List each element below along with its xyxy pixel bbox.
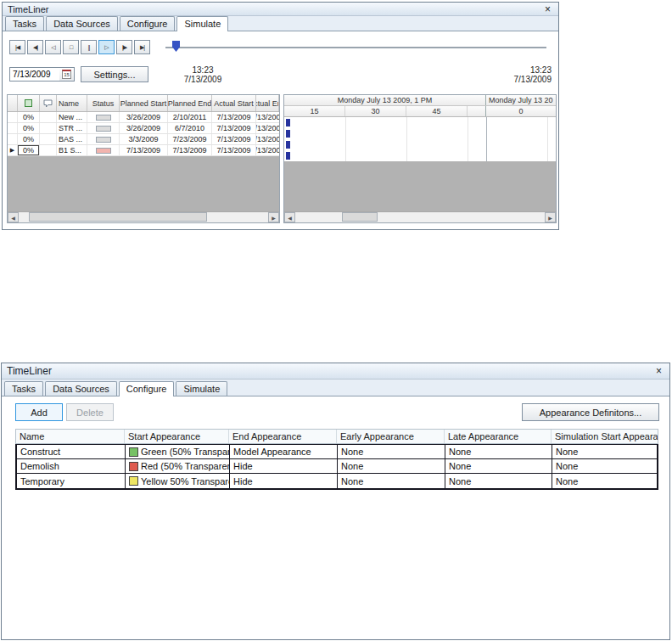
date-picker-button[interactable]: 15 (59, 67, 75, 82)
titlebar[interactable]: TimeLiner × (3, 3, 558, 16)
tab-tasks[interactable]: Tasks (5, 16, 44, 31)
task-type-row[interactable]: Temporary Yellow 50% Transparent Hide No… (17, 474, 657, 488)
play-button[interactable]: ▷ (98, 40, 115, 54)
cell-name[interactable]: Demolish (17, 459, 126, 473)
start-appearance-value: Red (50% Transparent) (141, 461, 230, 471)
task-row[interactable]: 0% New ... 3/26/2009 2/10/2011 7/13/2009… (8, 112, 279, 123)
cell-planned-end: 7/23/2009 (168, 134, 212, 144)
task-row[interactable]: 0% STR ... 3/26/2009 6/7/2010 7/13/2009 … (8, 123, 279, 134)
cell-late-appearance[interactable]: None (445, 474, 552, 488)
tab-data-sources[interactable]: Data Sources (46, 16, 118, 31)
tab-simulate[interactable]: Simulate (176, 16, 228, 31)
scroll-right-icon[interactable]: ▶ (545, 212, 556, 222)
add-button[interactable]: Add (15, 403, 63, 421)
timeliner-configure-window: TimeLiner × Tasks Data Sources Configure… (1, 363, 670, 640)
cell-end-appearance[interactable]: Model Appearance (230, 445, 338, 458)
progress-column-header[interactable] (18, 95, 40, 111)
cell-early-appearance[interactable]: None (338, 474, 445, 488)
cell-simulation-start-appearance[interactable]: None (552, 459, 657, 473)
task-row[interactable]: 0% BAS ... 3/3/2009 7/23/2009 7/13/2009 … (8, 134, 279, 145)
simulation-start-appearance-column-header[interactable]: Simulation Start Appearance (552, 430, 658, 443)
actual-start-column-header[interactable]: Actual Start (212, 95, 256, 111)
tab-configure[interactable]: Configure (119, 381, 175, 396)
cell-end-appearance[interactable]: Hide (230, 474, 338, 488)
task-types-table: Name Start Appearance End Appearance Ear… (15, 429, 658, 490)
early-appearance-column-header[interactable]: Early Appearance (337, 430, 445, 443)
tasks-icon (25, 99, 32, 107)
settings-button[interactable]: Settings... (81, 66, 148, 82)
titlebar[interactable]: TimeLiner × (2, 363, 669, 380)
planned-end-column-header[interactable]: Planned End (168, 95, 212, 111)
task-grid: Name Status Planned Start Planned End Ac… (7, 94, 280, 223)
scroll-left-icon[interactable]: ◀ (8, 212, 19, 222)
planned-start-column-header[interactable]: Planned Start (120, 95, 168, 111)
gantt-hscrollbar[interactable]: ◀ ▶ (284, 211, 556, 222)
configure-panel: Add Delete Appearance Definitons... Name… (2, 396, 669, 639)
gantt-date-primary: Monday July 13 2009, 1 PM (284, 95, 486, 105)
actual-end-column-header[interactable]: Actual End (256, 95, 279, 111)
cell-early-appearance[interactable]: None (338, 459, 445, 473)
gantt-tick-spacer (468, 106, 486, 116)
stop-button[interactable]: □ (63, 40, 79, 54)
appearance-definitions-button[interactable]: Appearance Definitons... (522, 403, 659, 421)
cell-name[interactable]: Construct (17, 445, 126, 458)
play-backwards-button[interactable]: ◁ (45, 40, 61, 54)
cell-comment (40, 112, 57, 122)
cell-planned-start: 3/26/2009 (120, 112, 168, 122)
scroll-left-icon[interactable]: ◀ (284, 212, 295, 222)
scroll-track[interactable] (295, 212, 545, 222)
scroll-track[interactable] (19, 212, 268, 222)
cell-simulation-start-appearance[interactable]: None (552, 445, 657, 458)
gantt-chart: Monday July 13 2009, 1 PM Monday July 13… (283, 94, 557, 223)
task-row-selected[interactable]: ▶ 0% B1 S... 7/13/2009 7/13/2009 7/13/20… (8, 145, 279, 156)
name-column-header[interactable]: Name (16, 430, 125, 443)
cell-name[interactable]: Temporary (17, 474, 126, 488)
cell-status (87, 123, 120, 133)
gantt-bar (286, 141, 290, 149)
gantt-tick-header: 15 30 45 0 (284, 106, 556, 117)
simulation-date-input[interactable] (9, 67, 60, 82)
gantt-gridline (406, 117, 407, 161)
step-back-button[interactable]: ◀| (27, 40, 43, 54)
close-icon[interactable]: × (653, 365, 664, 377)
cell-start-appearance[interactable]: Green (50% Transparent) (126, 445, 230, 458)
timeline-slider-track[interactable] (165, 47, 546, 48)
cell-start-appearance[interactable]: Red (50% Transparent) (126, 459, 230, 473)
tab-simulate[interactable]: Simulate (176, 381, 227, 396)
playback-controls: |◀ ◀| ◁ □ || ▷ |▶ ▶| (9, 40, 152, 54)
cell-start-appearance[interactable]: Yellow 50% Transparent (126, 474, 230, 488)
cell-late-appearance[interactable]: None (445, 459, 552, 473)
gantt-date-header: Monday July 13 2009, 1 PM Monday July 13… (284, 95, 556, 106)
timeline-slider-thumb[interactable] (172, 41, 180, 52)
scroll-thumb[interactable] (29, 212, 207, 222)
tabstrip: Tasks Data Sources Configure Simulate (2, 380, 669, 396)
cell-simulation-start-appearance[interactable]: None (552, 474, 657, 488)
cell-status (87, 112, 120, 122)
name-column-header[interactable]: Name (57, 95, 87, 111)
cell-actual-start: 7/13/2009 (212, 145, 256, 155)
task-type-row[interactable]: Construct Green (50% Transparent) Model … (17, 445, 657, 459)
go-to-end-button[interactable]: ▶| (134, 40, 150, 54)
status-column-header[interactable]: Status (87, 95, 120, 111)
scroll-right-icon[interactable]: ▶ (268, 212, 279, 222)
tab-data-sources[interactable]: Data Sources (45, 381, 117, 396)
end-appearance-column-header[interactable]: End Appearance (229, 430, 337, 443)
pause-button[interactable]: || (81, 40, 97, 54)
tab-configure[interactable]: Configure (120, 16, 176, 31)
step-forward-button[interactable]: |▶ (116, 40, 132, 54)
close-icon[interactable]: × (542, 3, 553, 15)
cell-actual-start: 7/13/2009 (212, 112, 256, 122)
cell-end-appearance[interactable]: Hide (230, 459, 338, 473)
go-to-start-button[interactable]: |◀ (9, 40, 25, 54)
scroll-thumb[interactable] (342, 212, 378, 222)
start-appearance-column-header[interactable]: Start Appearance (125, 430, 229, 443)
row-selector-header (8, 95, 18, 111)
cell-early-appearance[interactable]: None (338, 445, 445, 458)
cell-late-appearance[interactable]: None (445, 445, 552, 458)
late-appearance-column-header[interactable]: Late Appearance (445, 430, 552, 443)
task-type-row[interactable]: Demolish Red (50% Transparent) Hide None… (17, 459, 657, 474)
task-grid-hscrollbar[interactable]: ◀ ▶ (8, 211, 279, 222)
tab-tasks[interactable]: Tasks (4, 381, 43, 396)
cell-actual-end: 7/13/2009 (256, 123, 279, 133)
comment-column-header[interactable] (40, 95, 57, 111)
